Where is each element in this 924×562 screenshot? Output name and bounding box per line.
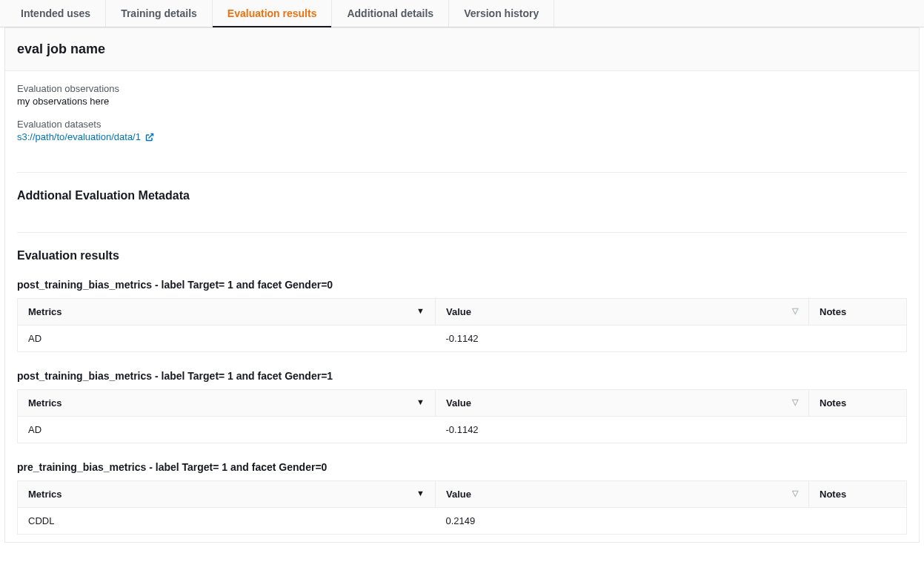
sort-icon: ▽ [792,397,798,407]
cell-metric: AD [18,417,436,443]
column-header-metrics[interactable]: Metrics ▼ [18,481,436,508]
divider [17,232,907,233]
cell-value: 0.2149 [436,508,809,535]
tab-evaluation-results[interactable]: Evaluation results [213,0,333,27]
table-header-row: Metrics ▼ Value ▽ Notes [18,299,907,325]
table-row: AD -0.1142 [18,417,907,443]
cell-notes [809,508,907,535]
table-title: post_training_bias_metrics - label Targe… [5,360,919,389]
table-wrap: Metrics ▼ Value ▽ Notes AD -0.1142 [5,298,919,360]
cell-value: -0.1142 [436,325,809,352]
column-header-metrics[interactable]: Metrics ▼ [18,390,436,417]
info-section: Evaluation observations my observations … [5,71,919,166]
observations-value: my observations here [17,96,907,107]
column-header-label: Notes [820,306,846,317]
external-link-icon [145,133,154,142]
column-header-notes[interactable]: Notes [809,390,907,417]
column-header-label: Metrics [28,489,62,500]
table-title: post_training_bias_metrics - label Targe… [5,268,919,298]
table-row: CDDL 0.2149 [18,508,907,535]
cell-metric: CDDL [18,508,436,535]
table-header-row: Metrics ▼ Value ▽ Notes [18,481,907,508]
datasets-link[interactable]: s3://path/to/evaluation/data/1 [17,131,154,142]
metrics-table: Metrics ▼ Value ▽ Notes AD -0.1142 [17,389,907,443]
table-title: pre_training_bias_metrics - label Target… [5,451,919,480]
table-wrap: Metrics ▼ Value ▽ Notes CDDL 0.2149 [5,480,919,542]
tab-version-history[interactable]: Version history [449,0,554,27]
divider [17,172,907,173]
sort-desc-icon: ▼ [416,397,425,406]
cell-value: -0.1142 [436,417,809,443]
metrics-table: Metrics ▼ Value ▽ Notes CDDL 0.2149 [17,480,907,535]
panel-header: eval job name [5,28,919,71]
sort-icon: ▽ [792,306,798,316]
sort-desc-icon: ▼ [416,489,425,497]
content-container: eval job name Evaluation observations my… [4,27,920,543]
datasets-link-text: s3://path/to/evaluation/data/1 [17,131,141,142]
metrics-table: Metrics ▼ Value ▽ Notes AD -0.1142 [17,298,907,352]
column-header-label: Value [446,306,471,317]
tab-training-details[interactable]: Training details [106,0,213,27]
cell-notes [809,417,907,443]
table-wrap: Metrics ▼ Value ▽ Notes AD -0.1142 [5,389,919,451]
table-header-row: Metrics ▼ Value ▽ Notes [18,390,907,417]
column-header-label: Metrics [28,306,62,317]
sort-desc-icon: ▼ [416,306,425,315]
column-header-notes[interactable]: Notes [809,299,907,325]
column-header-value[interactable]: Value ▽ [436,390,809,417]
column-header-label: Metrics [28,397,62,409]
additional-metadata-title: Addtional Evaluation Metadata [5,179,919,208]
column-header-label: Notes [820,489,846,500]
column-header-value[interactable]: Value ▽ [436,299,809,325]
cell-notes [809,325,907,352]
column-header-label: Notes [820,397,846,409]
evaluation-results-title: Evaluation results [5,239,919,268]
column-header-metrics[interactable]: Metrics ▼ [18,299,436,325]
column-header-label: Value [446,397,471,409]
datasets-label: Evaluation datasets [17,119,907,130]
sort-icon: ▽ [792,489,798,498]
tab-additional-details[interactable]: Additional details [332,0,449,27]
page-title: eval job name [17,42,907,57]
tabs-bar: Intended uses Training details Evaluatio… [0,0,924,27]
cell-metric: AD [18,325,436,352]
column-header-value[interactable]: Value ▽ [436,481,809,508]
observations-label: Evaluation observations [17,83,907,94]
column-header-label: Value [446,489,471,500]
tab-intended-uses[interactable]: Intended uses [6,0,106,27]
table-row: AD -0.1142 [18,325,907,352]
column-header-notes[interactable]: Notes [809,481,907,508]
